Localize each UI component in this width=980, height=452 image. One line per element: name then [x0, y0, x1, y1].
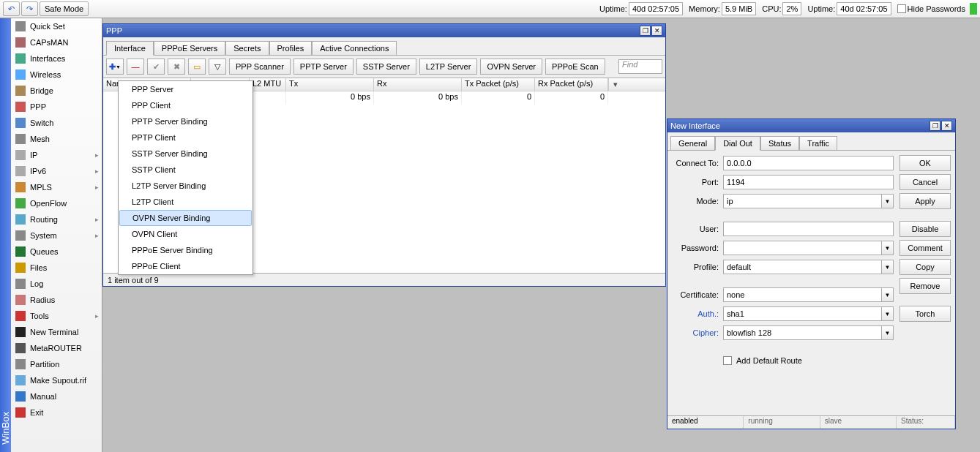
sidebar-item-bridge[interactable]: Bridge [11, 83, 102, 99]
dropdown-arrow-icon[interactable]: ▼ [881, 195, 893, 208]
menu-item-l2tp-server-binding[interactable]: L2TP Server Binding [119, 178, 253, 194]
safe-mode-button[interactable]: Safe Mode [40, 1, 89, 16]
tab-traffic[interactable]: Traffic [799, 136, 837, 151]
remove-button[interactable]: Remove [899, 278, 951, 294]
column-menu-button[interactable]: ▾ [608, 78, 621, 91]
sidebar-item-mesh[interactable]: Mesh [11, 131, 102, 147]
torch-button[interactable]: Torch [899, 306, 951, 322]
sidebar-item-ip[interactable]: IP▸ [11, 147, 102, 163]
sidebar-item-new-terminal[interactable]: New Terminal [11, 324, 102, 340]
cipher-input[interactable]: blowfish 128▼ [723, 325, 894, 340]
sidebar-item-metarouter[interactable]: MetaROUTER [11, 340, 102, 356]
menu-item-ovpn-client[interactable]: OVPN Client [119, 226, 253, 242]
sidebar-item-log[interactable]: Log [11, 276, 102, 292]
tab-status[interactable]: Status [760, 136, 799, 151]
sidebar-item-ppp[interactable]: PPP [11, 99, 102, 115]
auth-input[interactable]: sha1▼ [723, 306, 894, 321]
sidebar-item-ipv6[interactable]: IPv6▸ [11, 163, 102, 179]
sidebar-item-quick-set[interactable]: Quick Set [11, 18, 102, 34]
ppp-close-button[interactable]: ✕ [651, 26, 662, 36]
mode-input[interactable]: ip▼ [723, 194, 894, 208]
col-header[interactable]: Rx Packet (p/s) [535, 78, 608, 91]
enable-button[interactable]: ✔ [147, 59, 165, 75]
ni-titlebar[interactable]: New Interface ❐ ✕ [667, 119, 955, 132]
disable-button[interactable]: Disable [899, 221, 951, 237]
menu-item-sstp-server-binding[interactable]: SSTP Server Binding [119, 146, 253, 162]
sidebar-item-capsman[interactable]: CAPsMAN [11, 34, 102, 50]
add-default-route-checkbox[interactable] [723, 356, 732, 365]
undo-button[interactable]: ↶ [3, 1, 20, 16]
apply-button[interactable]: Apply [899, 193, 951, 209]
disable-button[interactable]: ✖ [168, 59, 185, 75]
cell[interactable]: 0 bps [374, 91, 462, 105]
tab-profiles[interactable]: Profiles [269, 41, 313, 56]
add-button[interactable]: ✚▼ [106, 59, 124, 75]
sidebar-item-queues[interactable]: Queues [11, 244, 102, 260]
profile-input[interactable]: default▼ [723, 260, 894, 274]
add-menu[interactable]: PPP ServerPPP ClientPPTP Server BindingP… [118, 80, 253, 275]
cancel-button[interactable]: Cancel [899, 174, 951, 190]
menu-item-ovpn-server-binding[interactable]: OVPN Server Binding [119, 210, 252, 226]
comment-button[interactable]: ▭ [188, 59, 206, 75]
tab-interface[interactable]: Interface [106, 41, 154, 56]
cell[interactable]: 0 [535, 91, 608, 105]
ppp-scanner-button[interactable]: PPP Scanner [229, 59, 291, 75]
sidebar-item-radius[interactable]: Radius [11, 292, 102, 308]
tab-active-connections[interactable]: Active Connections [312, 41, 397, 56]
cell[interactable]: 0 bps [286, 91, 374, 105]
ppp-titlebar[interactable]: PPP ❐ ✕ [103, 24, 665, 37]
menu-item-pptp-client[interactable]: PPTP Client [119, 129, 253, 146]
pptp-server-button[interactable]: PPTP Server [293, 59, 354, 75]
dropdown-arrow-icon[interactable]: ▼ [881, 326, 893, 339]
connect-to-input[interactable]: 0.0.0.0 [723, 156, 894, 170]
ppp-restore-button[interactable]: ❐ [640, 26, 651, 36]
col-header[interactable]: Tx Packet (p/s) [462, 78, 535, 91]
copy-button[interactable]: Copy [899, 259, 951, 275]
filter-button[interactable]: ▽ [209, 59, 226, 75]
remove-button[interactable]: — [127, 59, 144, 75]
sidebar-item-exit[interactable]: Exit [11, 404, 102, 421]
certificate-input[interactable]: none▼ [723, 287, 894, 302]
tab-secrets[interactable]: Secrets [225, 41, 269, 56]
sidebar-item-interfaces[interactable]: Interfaces [11, 50, 102, 67]
port-input[interactable]: 1194 [723, 175, 894, 189]
sidebar-item-tools[interactable]: Tools▸ [11, 308, 102, 324]
col-header[interactable]: Tx [286, 78, 374, 91]
cell[interactable] [250, 91, 286, 105]
user-input[interactable] [723, 222, 894, 236]
menu-item-pppoe-server-binding[interactable]: PPPoE Server Binding [119, 242, 253, 258]
menu-item-l2tp-client[interactable]: L2TP Client [119, 194, 253, 210]
ni-close-button[interactable]: ✕ [941, 121, 952, 131]
redo-button[interactable]: ↷ [21, 1, 38, 16]
l2tp-server-button[interactable]: L2TP Server [419, 59, 478, 75]
menu-item-ppp-client[interactable]: PPP Client [119, 97, 253, 113]
sidebar-item-files[interactable]: Files [11, 260, 102, 276]
sidebar-item-system[interactable]: System▸ [11, 227, 102, 244]
sstp-server-button[interactable]: SSTP Server [356, 59, 416, 75]
ni-restore-button[interactable]: ❐ [929, 121, 940, 131]
menu-item-pppoe-client[interactable]: PPPoE Client [119, 258, 253, 274]
sidebar-item-openflow[interactable]: OpenFlow [11, 195, 102, 211]
menu-item-ppp-server[interactable]: PPP Server [119, 81, 253, 97]
tab-general[interactable]: General [670, 136, 715, 151]
find-input[interactable]: Find [618, 59, 662, 74]
dropdown-arrow-icon[interactable]: ▼ [881, 260, 893, 274]
col-header[interactable]: Rx [374, 78, 462, 91]
hide-passwords-checkbox[interactable] [897, 4, 906, 13]
menu-item-sstp-client[interactable]: SSTP Client [119, 162, 253, 178]
ok-button[interactable]: OK [899, 155, 951, 171]
dropdown-arrow-icon[interactable]: ▼ [881, 241, 893, 255]
cell[interactable]: 0 [462, 91, 535, 105]
tab-pppoe-servers[interactable]: PPPoE Servers [154, 41, 225, 56]
sidebar-item-switch[interactable]: Switch [11, 115, 102, 131]
dropdown-arrow-icon[interactable]: ▼ [881, 307, 893, 320]
sidebar-item-partition[interactable]: Partition [11, 356, 102, 372]
sidebar-item-mpls[interactable]: MPLS▸ [11, 179, 102, 195]
dropdown-arrow-icon[interactable]: ▼ [881, 288, 893, 301]
menu-item-pptp-server-binding[interactable]: PPTP Server Binding [119, 113, 253, 129]
tab-dial-out[interactable]: Dial Out [715, 136, 760, 151]
sidebar-item-routing[interactable]: Routing▸ [11, 211, 102, 227]
comment-button[interactable]: Comment [899, 240, 951, 256]
sidebar-item-wireless[interactable]: Wireless [11, 67, 102, 83]
sidebar-item-make-supout-rif[interactable]: Make Supout.rif [11, 372, 102, 388]
